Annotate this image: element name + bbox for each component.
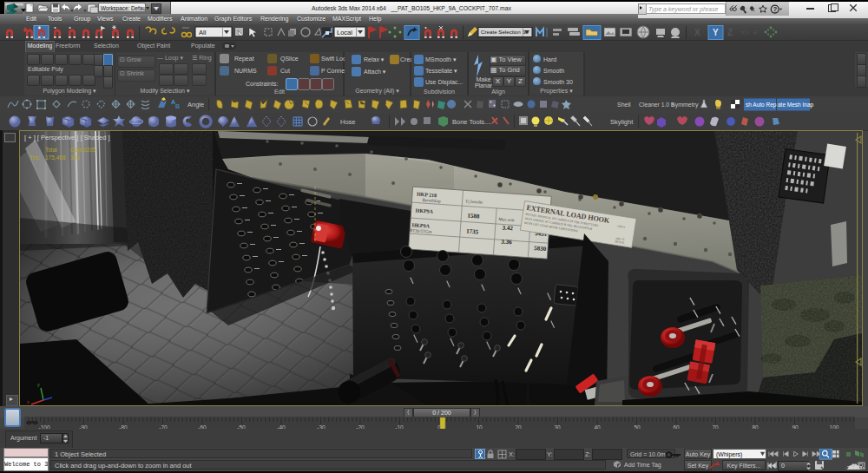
svg-text:Total: Total	[45, 147, 57, 153]
svg-text:Bone Tools....: Bone Tools....	[452, 118, 491, 126]
svg-text:Create Selection Se: Create Selection Se	[481, 29, 529, 35]
svg-text:3.42: 3.42	[502, 224, 513, 232]
svg-text:?: ?	[773, 5, 778, 13]
svg-text:5830: 5830	[534, 245, 547, 253]
svg-text:All: All	[199, 29, 207, 36]
svg-text:Skylight: Skylight	[610, 118, 634, 126]
svg-text:x: x	[27, 399, 30, 404]
svg-text:Symmetry: Symmetry	[671, 102, 699, 108]
svg-text:Local: Local	[337, 29, 352, 36]
svg-text:303: 303	[70, 154, 80, 161]
svg-text:ate Mesh Inap: ate Mesh Inap	[778, 102, 814, 108]
svg-text:B: B	[175, 103, 180, 109]
svg-text:1735: 1735	[466, 228, 479, 236]
svg-text:1588: 1588	[467, 213, 480, 220]
svg-text:Z: Z	[727, 28, 733, 37]
svg-text:XY: XY	[740, 29, 750, 36]
svg-text:Hose: Hose	[340, 118, 356, 126]
svg-text:X: X	[694, 28, 700, 37]
svg-text:175,468: 175,468	[45, 154, 66, 161]
svg-text:Shell: Shell	[617, 102, 631, 108]
svg-text:Tris:: Tris:	[30, 154, 41, 161]
svg-text:Object205: Object205	[70, 147, 96, 154]
svg-text:Cleaner 1.0 b: Cleaner 1.0 b	[639, 102, 674, 108]
svg-text:3.36: 3.36	[501, 238, 512, 246]
svg-text:Angle: Angle	[187, 101, 204, 108]
svg-text:y: y	[37, 382, 40, 387]
svg-text:[ + ] [ Perspective ] [ Shaded: [ + ] [ Perspective ] [ Shaded ]	[24, 134, 110, 141]
svg-text:Y: Y	[713, 28, 719, 37]
svg-text:sh Auto Rep: sh Auto Rep	[746, 102, 777, 108]
svg-text:≡: ≡	[753, 29, 758, 36]
